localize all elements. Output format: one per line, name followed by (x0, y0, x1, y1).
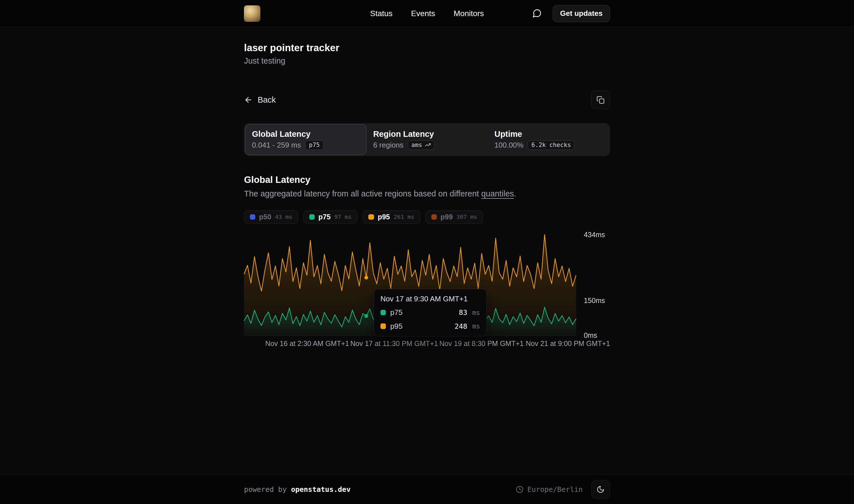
legend-item-p50[interactable]: p50 43 ms (244, 210, 298, 223)
section-title: Global Latency (244, 175, 610, 185)
region-badge: ams (408, 141, 435, 150)
message-bubble-icon (532, 8, 542, 18)
back-label: Back (258, 95, 276, 105)
x-axis-labels: Nov 16 at 2:30 AM GMT+1 Nov 17 at 11:30 … (244, 340, 576, 350)
quantile-badge: p75 (305, 141, 323, 150)
checks-badge: 6.2k checks (528, 141, 575, 150)
openstatus-link[interactable]: openstatus.dev (291, 485, 350, 493)
tooltip-row-p95: p95 248 ms (381, 322, 480, 331)
p75-swatch (381, 310, 386, 315)
feedback-chat-button[interactable] (530, 6, 544, 21)
main-content: laser pointer tracker Just testing Back … (0, 27, 854, 474)
back-button[interactable]: Back (244, 95, 276, 105)
legend-item-p99[interactable]: p99 307 ms (425, 210, 483, 223)
legend-item-p95[interactable]: p95 261 ms (363, 210, 420, 223)
copy-icon (597, 96, 605, 104)
tab-uptime[interactable]: Uptime 100.00% 6.2k checks (488, 124, 609, 155)
quantiles-link[interactable]: quantiles (481, 189, 514, 198)
p95-swatch (381, 323, 386, 329)
tab-value: 100.00% (494, 141, 524, 149)
x-axis-tick: Nov 19 at 8:30 PM GMT+1 (439, 340, 524, 348)
get-updates-button[interactable]: Get updates (553, 5, 610, 22)
y-axis-tick: 0ms (584, 331, 597, 340)
logo-image[interactable] (244, 5, 260, 22)
p75-swatch (309, 214, 315, 220)
p50-swatch (250, 214, 255, 220)
tab-title: Global Latency (252, 129, 360, 139)
tooltip-row-p75: p75 83 ms (381, 308, 480, 317)
timezone-display: Europe/Berlin (516, 485, 583, 493)
latency-chart-plot[interactable]: Nov 17 at 9:30 AM GMT+1 p75 83 ms p95 24… (244, 234, 576, 336)
p95-swatch (368, 214, 374, 220)
legend-item-p75[interactable]: p75 97 ms (303, 210, 357, 223)
tab-region-latency[interactable]: Region Latency 6 regions ams (366, 124, 488, 155)
footer: powered by openstatus.dev Europe/Berlin (0, 474, 854, 503)
arrow-left-icon (244, 95, 253, 104)
tab-title: Uptime (494, 129, 602, 139)
tooltip-timestamp: Nov 17 at 9:30 AM GMT+1 (381, 294, 480, 303)
tab-global-latency[interactable]: Global Latency 0.041 - 259 ms p75 (245, 124, 366, 155)
y-axis-tick: 150ms (584, 296, 605, 305)
p99-swatch (431, 214, 437, 220)
section-description: The aggregated latency from all active r… (244, 189, 610, 198)
page-subtitle: Just testing (244, 56, 610, 66)
tab-value: 6 regions (373, 141, 403, 149)
x-axis-tick: Nov 16 at 2:30 AM GMT+1 (265, 340, 349, 348)
latency-chart: Nov 17 at 9:30 AM GMT+1 p75 83 ms p95 24… (244, 234, 576, 350)
top-navigation-bar: Status Events Monitors Get updates (0, 0, 854, 27)
theme-toggle-button[interactable] (592, 480, 610, 498)
y-axis-tick: 434ms (584, 231, 605, 239)
chart-legend: p50 43 ms p75 97 ms p95 261 ms p99 307 m… (244, 210, 610, 223)
primary-nav: Status Events Monitors (370, 9, 484, 18)
x-axis-tick: Nov 21 at 9:00 PM GMT+1 (526, 340, 610, 348)
nav-link-status[interactable]: Status (370, 9, 393, 18)
tab-title: Region Latency (373, 129, 481, 139)
nav-link-events[interactable]: Events (411, 9, 435, 18)
metric-tabs: Global Latency 0.041 - 259 ms p75 Region… (244, 123, 610, 156)
trending-up-icon (425, 142, 431, 148)
moon-icon (597, 485, 605, 493)
nav-link-monitors[interactable]: Monitors (454, 9, 484, 18)
page-title: laser pointer tracker (244, 42, 610, 53)
powered-by-label: powered by (244, 485, 287, 493)
clock-icon (516, 486, 524, 493)
y-axis-labels: 434ms 150ms 0ms (584, 234, 622, 336)
x-axis-tick: Nov 17 at 11:30 PM GMT+1 (350, 340, 438, 348)
tab-value: 0.041 - 259 ms (252, 141, 301, 149)
copy-link-button[interactable] (592, 90, 610, 109)
chart-tooltip: Nov 17 at 9:30 AM GMT+1 p75 83 ms p95 24… (374, 289, 487, 336)
